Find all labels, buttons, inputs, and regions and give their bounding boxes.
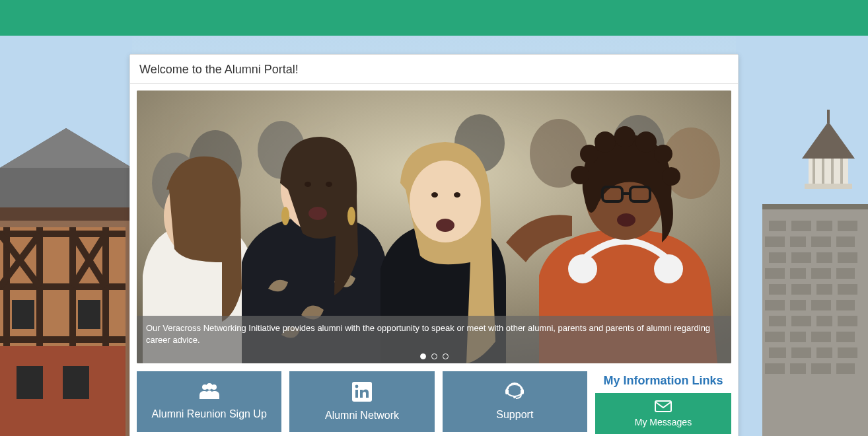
carousel-dot-2[interactable] (431, 353, 437, 359)
svg-point-99 (654, 145, 672, 163)
svg-rect-25 (791, 221, 811, 231)
svg-rect-37 (790, 268, 806, 279)
svg-rect-34 (816, 252, 832, 263)
svg-rect-44 (765, 300, 785, 310)
svg-rect-40 (769, 284, 786, 295)
linkedin-icon (352, 382, 372, 404)
svg-point-115 (513, 396, 516, 398)
side-panel-title: My Information Links (595, 371, 731, 389)
svg-rect-50 (816, 316, 832, 326)
side-item-label: My Messages (635, 417, 692, 427)
svg-rect-39 (836, 268, 855, 279)
svg-rect-114 (521, 389, 524, 394)
svg-rect-41 (791, 284, 811, 295)
svg-point-111 (355, 385, 359, 388)
carousel-dot-1[interactable] (420, 353, 426, 359)
tile-label: Alumni Reunion Sign Up (152, 408, 267, 420)
svg-rect-64 (762, 204, 868, 209)
svg-point-90 (431, 192, 438, 198)
svg-point-84 (305, 182, 311, 187)
svg-rect-56 (769, 347, 786, 358)
svg-rect-70 (805, 184, 852, 189)
svg-rect-47 (836, 300, 855, 310)
svg-point-83 (308, 207, 327, 220)
svg-point-93 (654, 254, 683, 283)
svg-rect-52 (765, 332, 785, 342)
svg-point-108 (211, 384, 217, 390)
svg-point-89 (436, 219, 454, 232)
svg-point-87 (347, 207, 355, 225)
svg-rect-62 (811, 363, 831, 374)
svg-point-91 (454, 192, 460, 198)
svg-point-100 (662, 167, 680, 186)
svg-rect-38 (811, 268, 831, 279)
carousel-dot-3[interactable] (443, 353, 449, 359)
svg-rect-45 (790, 300, 806, 310)
background-right (736, 36, 868, 436)
tile-row: Alumni Reunion Sign Up Alumni Network Su… (137, 371, 731, 434)
svg-rect-33 (791, 252, 811, 263)
svg-rect-57 (791, 347, 811, 358)
svg-rect-36 (765, 268, 785, 279)
svg-rect-26 (816, 221, 832, 231)
svg-point-85 (326, 182, 332, 187)
svg-rect-29 (790, 236, 806, 247)
svg-rect-17 (63, 366, 89, 399)
svg-rect-46 (811, 300, 831, 310)
svg-rect-24 (769, 221, 786, 231)
svg-rect-42 (816, 284, 832, 295)
svg-point-95 (580, 145, 598, 163)
svg-rect-53 (790, 332, 806, 342)
svg-rect-61 (790, 363, 806, 374)
svg-rect-19 (78, 300, 100, 329)
svg-point-96 (595, 131, 616, 153)
svg-rect-113 (505, 389, 509, 394)
group-icon (198, 383, 221, 403)
svg-rect-110 (355, 390, 358, 398)
svg-rect-35 (838, 252, 857, 263)
hero-carousel[interactable]: Our Veracross Networking Initiative prov… (137, 91, 731, 363)
support-icon (504, 382, 525, 404)
svg-point-101 (571, 166, 589, 184)
svg-point-86 (281, 207, 289, 225)
tile-alumni-reunion[interactable]: Alumni Reunion Sign Up (137, 371, 281, 432)
svg-rect-16 (17, 366, 43, 399)
svg-point-105 (617, 213, 635, 227)
tile-support[interactable]: Support (443, 371, 587, 432)
svg-rect-63 (836, 363, 855, 374)
svg-rect-32 (769, 252, 786, 263)
svg-point-98 (635, 131, 657, 153)
side-my-messages[interactable]: My Messages (595, 393, 731, 434)
svg-rect-55 (836, 332, 855, 342)
page-title: Welcome to the Alumni Portal! (130, 55, 738, 84)
background-left (0, 36, 132, 436)
side-panel: My Information Links My Messages (595, 371, 731, 434)
svg-rect-48 (769, 316, 786, 326)
mail-icon (655, 400, 672, 414)
top-bar (0, 0, 868, 36)
tile-alumni-network[interactable]: Alumni Network (289, 371, 434, 432)
svg-rect-60 (765, 363, 785, 374)
svg-rect-116 (655, 401, 671, 412)
svg-point-97 (614, 126, 635, 147)
carousel-dots (137, 353, 731, 359)
svg-point-92 (568, 254, 597, 283)
tile-label: Alumni Network (325, 410, 399, 421)
svg-rect-58 (816, 347, 832, 358)
portal-card: Welcome to the Alumni Portal! (129, 54, 739, 436)
svg-rect-43 (838, 284, 857, 295)
svg-rect-28 (765, 236, 785, 247)
tile-label: Support (496, 409, 533, 421)
svg-rect-30 (811, 236, 831, 247)
svg-rect-49 (791, 316, 811, 326)
svg-rect-18 (12, 300, 34, 329)
svg-rect-51 (838, 316, 857, 326)
svg-rect-31 (836, 236, 855, 247)
svg-rect-27 (838, 221, 857, 231)
svg-rect-59 (838, 347, 857, 358)
svg-rect-72 (827, 110, 830, 123)
svg-rect-54 (811, 332, 831, 342)
